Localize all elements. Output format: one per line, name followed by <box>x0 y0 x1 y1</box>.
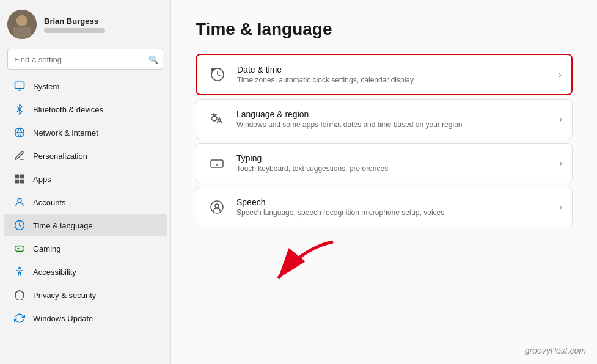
typing-card-text: Typing Touch keyboard, text suggestions,… <box>236 153 554 173</box>
sidebar-item-personalization[interactable]: Personalization <box>4 145 167 167</box>
svg-rect-17 <box>211 160 223 167</box>
sidebar-label-system: System <box>33 82 59 91</box>
sidebar-item-gaming[interactable]: Gaming <box>4 238 167 260</box>
date-time-card-text: Date & time Time zones, automatic clock … <box>237 65 554 84</box>
svg-point-11 <box>18 198 21 202</box>
network-icon <box>13 126 26 139</box>
date-time-card-desc: Time zones, automatic clock settings, ca… <box>237 76 554 84</box>
svg-rect-5 <box>15 82 24 89</box>
update-icon <box>13 312 26 324</box>
svg-rect-9 <box>15 180 20 184</box>
user-status-bar <box>44 28 105 33</box>
card-date-time[interactable]: Date & time Time zones, automatic clock … <box>196 54 573 95</box>
sidebar-item-accounts[interactable]: Accounts <box>4 191 167 213</box>
sidebar-item-accessibility[interactable]: Accessibility <box>4 261 167 283</box>
card-language-region[interactable]: Language & region Windows and some apps … <box>196 99 573 139</box>
speech-card-desc: Speech language, speech recognition micr… <box>236 208 554 217</box>
typing-card-icon <box>206 152 228 174</box>
sidebar-label-update: Windows Update <box>33 314 93 323</box>
sidebar-item-apps[interactable]: Apps <box>4 168 167 190</box>
page-title: Time & language <box>196 20 573 39</box>
svg-rect-13 <box>15 246 24 252</box>
svg-rect-16 <box>211 68 214 71</box>
personalization-icon <box>13 150 26 162</box>
speech-chevron: › <box>559 202 562 212</box>
sidebar-label-gaming: Gaming <box>33 244 61 253</box>
date-time-card-icon <box>207 64 229 86</box>
svg-point-3 <box>16 15 27 26</box>
sidebar-label-time: Time & language <box>33 221 93 230</box>
speech-card-icon <box>206 196 228 218</box>
sidebar-label-accessibility: Accessibility <box>33 268 76 277</box>
system-icon <box>13 80 26 92</box>
privacy-icon <box>13 289 26 301</box>
sidebar-label-apps: Apps <box>33 175 51 184</box>
search-box[interactable]: 🔍 <box>7 49 163 70</box>
date-time-card-title: Date & time <box>237 65 554 75</box>
svg-point-18 <box>211 201 223 213</box>
language-card-title: Language & region <box>236 109 554 119</box>
search-input[interactable] <box>7 49 163 70</box>
language-card-text: Language & region Windows and some apps … <box>236 109 554 129</box>
search-icon: 🔍 <box>148 55 158 64</box>
accessibility-icon <box>13 266 26 278</box>
bluetooth-icon <box>13 103 26 115</box>
card-speech[interactable]: Speech Speech language, speech recogniti… <box>196 187 573 227</box>
user-info: Brian Burgess <box>44 16 105 33</box>
user-name: Brian Burgess <box>44 16 105 26</box>
time-icon <box>13 219 26 231</box>
main-content: Time & language Date & time Time zones, … <box>171 0 597 364</box>
gaming-icon <box>13 242 26 255</box>
card-typing[interactable]: Typing Touch keyboard, text suggestions,… <box>196 143 573 183</box>
date-time-chevron: › <box>559 70 562 79</box>
sidebar: Brian Burgess 🔍 System Bluetooth & devic… <box>0 0 171 364</box>
svg-point-14 <box>19 268 21 269</box>
svg-rect-8 <box>20 175 24 179</box>
avatar <box>7 10 37 39</box>
speech-card-title: Speech <box>236 197 554 207</box>
sidebar-label-network: Network & internet <box>33 128 98 137</box>
watermark: groovyPost.com <box>525 346 586 355</box>
typing-card-title: Typing <box>236 153 554 163</box>
user-profile: Brian Burgess <box>0 0 170 46</box>
apps-icon <box>13 173 26 185</box>
typing-card-desc: Touch keyboard, text suggestions, prefer… <box>236 164 554 173</box>
sidebar-label-bluetooth: Bluetooth & devices <box>33 105 103 114</box>
sidebar-item-privacy[interactable]: Privacy & security <box>4 284 167 306</box>
language-card-icon <box>206 108 228 130</box>
typing-chevron: › <box>559 158 562 168</box>
sidebar-label-personalization: Personalization <box>33 151 87 161</box>
sidebar-item-bluetooth[interactable]: Bluetooth & devices <box>4 98 167 120</box>
language-card-desc: Windows and some apps format dates and t… <box>236 120 554 129</box>
sidebar-label-privacy: Privacy & security <box>33 291 96 300</box>
sidebar-item-update[interactable]: Windows Update <box>4 307 167 329</box>
svg-rect-4 <box>13 27 31 39</box>
svg-rect-7 <box>15 175 20 179</box>
annotation-arrow <box>266 236 345 291</box>
language-chevron: › <box>559 114 562 124</box>
sidebar-item-system[interactable]: System <box>4 75 167 97</box>
accounts-icon <box>13 196 26 208</box>
speech-card-text: Speech Speech language, speech recogniti… <box>236 197 554 217</box>
svg-point-19 <box>215 204 219 208</box>
svg-rect-10 <box>20 180 24 184</box>
sidebar-item-time[interactable]: Time & language <box>4 214 167 236</box>
sidebar-item-network[interactable]: Network & internet <box>4 122 167 144</box>
sidebar-label-accounts: Accounts <box>33 198 65 207</box>
